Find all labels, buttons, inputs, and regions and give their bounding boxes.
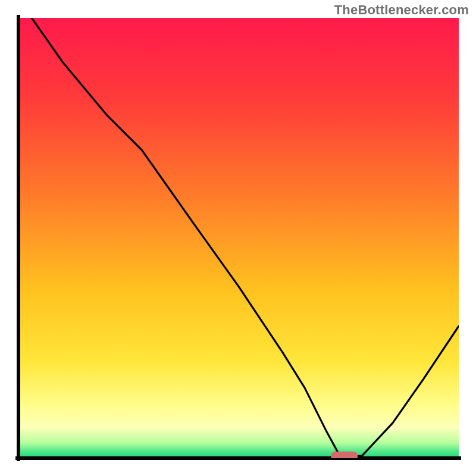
bottleneck-chart — [0, 0, 476, 476]
chart-stage: TheBottlenecker.com — [0, 0, 476, 476]
watermark-text: TheBottlenecker.com — [334, 2, 469, 18]
heat-gradient-background — [18, 18, 459, 458]
